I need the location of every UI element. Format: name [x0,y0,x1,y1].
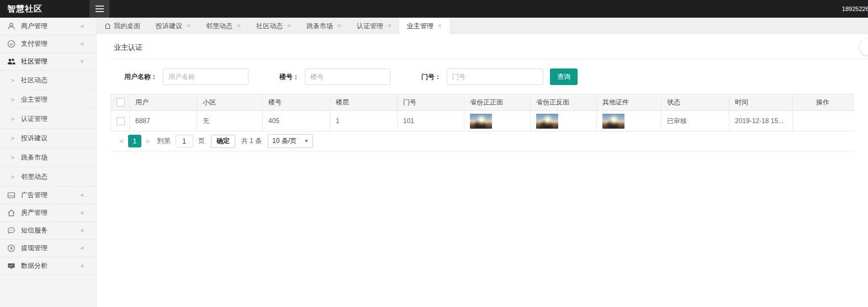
col-status: 状态 [661,94,729,111]
page-size-select[interactable]: 10 条/页 ▼ [268,134,313,148]
col-door: 门号 [398,94,464,111]
chevron-left-icon: < [80,40,84,47]
sidebar-item-withdraw-mgmt[interactable]: ¥ 提现管理 < [0,240,96,257]
tab-close-icon[interactable]: × [388,22,391,30]
tab-my-desktop[interactable]: 我的桌面 [97,18,148,34]
tab-label: 认证管理 [357,22,383,31]
tab-auth-mgmt[interactable]: 认证管理 × [349,18,399,34]
tab-close-icon[interactable]: × [337,22,341,30]
page-size-value: 10 条/页 [272,136,297,146]
col-action: 操作 [793,94,855,111]
sidebar-subitem-auth-mgmt[interactable]: > 认证管理 [0,109,96,129]
sidebar-item-label: 商户管理 [21,22,47,31]
tab-label: 我的桌面 [114,22,140,31]
home-icon [7,209,15,217]
owners-table: 用户 小区 楼号 楼层 门号 省份正正面 省份正反面 其他证件 状态 时间 操作… [110,94,854,131]
tab-community-news[interactable]: 社区动态 × [248,18,299,34]
chevron-right-icon: > [11,155,14,161]
pagination-bar: < 1 > 到第 页 确定 共 1 条 10 条/页 ▼ [110,131,854,151]
sidebar-subitem-owner-mgmt[interactable]: > 业主管理 [0,90,96,109]
comment-icon [7,226,15,235]
cell-building: 405 [263,111,330,131]
tab-close-icon[interactable]: × [287,22,291,30]
chevron-left-icon: < [80,23,84,30]
prev-page-icon[interactable]: < [115,137,128,145]
chevron-left-icon: < [80,209,84,216]
sidebar-subitem-label: 认证管理 [21,114,47,124]
sidebar-item-property-mgmt[interactable]: 房产管理 < [0,204,96,222]
table-row: 6887 无 405 1 101 已审核 2019-12-18 15... [111,111,855,131]
sidebar-item-payment-mgmt[interactable]: 支付管理 < [0,35,96,53]
tab-bar: 我的桌面 投诉建议 × 邻里动态 × 社区动态 × 跳蚤市场 × 认证管理 × … [97,18,868,34]
sidebar-item-ad-mgmt[interactable]: 广告管理 < [0,187,96,204]
table-header-row: 用户 小区 楼号 楼层 门号 省份正正面 省份正反面 其他证件 状态 时间 操作 [111,94,855,111]
chevron-right-icon: > [11,174,14,180]
cell-other-cert [597,111,661,131]
sidebar-item-community-mgmt[interactable]: 社区管理 < [0,53,96,71]
sidebar-item-label: 支付管理 [21,39,47,49]
username-label: 用户名称： [124,72,157,82]
tab-label: 邻里动态 [206,22,232,31]
svg-text:¥: ¥ [10,246,13,251]
monitor-chart-icon [7,262,15,270]
other-cert-image[interactable] [602,114,624,129]
sidebar-subitem-label: 投诉建议 [21,134,47,143]
sidebar-item-merchant-mgmt[interactable]: 商户管理 < [0,18,96,35]
goto-page-input[interactable] [176,135,193,147]
cell-user: 6887 [130,111,197,131]
tab-flea-market[interactable]: 跳蚤市场 × [299,18,349,34]
sidebar-item-label: 房产管理 [21,208,47,218]
sidebar-subitem-flea-market[interactable]: > 跳蚤市场 [0,148,96,167]
sidebar-item-sms-service[interactable]: 短信服务 < [0,222,96,240]
chevron-right-icon: > [11,116,14,122]
next-page-icon[interactable]: > [141,137,155,145]
current-page-button[interactable]: 1 [128,135,141,147]
col-floor: 楼层 [330,94,398,111]
cell-door: 101 [398,111,464,131]
confirm-page-button[interactable]: 确定 [211,135,235,148]
door-input[interactable] [447,68,543,85]
cell-id-back [531,111,597,131]
sidebar-subitem-complaints[interactable]: > 投诉建议 [0,129,96,148]
chevron-left-icon: < [80,192,84,199]
col-user: 用户 [130,94,197,111]
sidebar-item-label: 提现管理 [21,244,47,253]
top-header: 智慧社区 1892522626 [0,0,868,18]
chevron-left-icon: < [80,262,84,269]
search-button[interactable]: 查询 [550,68,578,85]
tab-close-icon[interactable]: × [237,22,241,30]
id-front-image[interactable] [470,114,492,129]
select-all-checkbox[interactable] [117,98,125,107]
tab-close-icon[interactable]: × [187,22,190,30]
username-input[interactable] [163,68,248,85]
tab-complaints[interactable]: 投诉建议 × [148,18,198,34]
hamburger-menu-icon[interactable] [89,0,109,18]
main-area: 我的桌面 投诉建议 × 邻里动态 × 社区动态 × 跳蚤市场 × 认证管理 × … [97,18,868,307]
user-phone-number[interactable]: 1892522626 [842,0,868,18]
sidebar-subitem-neighborhood[interactable]: > 邻里动态 [0,167,96,187]
col-community: 小区 [197,94,263,111]
tab-label: 业主管理 [407,22,433,31]
users-icon [7,57,15,66]
sidebar-item-label: 数据分析 [21,261,47,271]
sidebar-item-data-analysis[interactable]: 数据分析 < [0,257,96,275]
col-id-back: 省份正反面 [531,94,597,111]
tab-label: 跳蚤市场 [306,22,333,31]
id-back-image[interactable] [536,114,558,129]
cell-time: 2019-12-18 15... [729,111,793,131]
tab-close-icon[interactable]: × [438,22,442,30]
sidebar-subitem-community-news[interactable]: > 社区动态 [0,71,96,90]
building-label: 楼号： [279,72,299,82]
tab-owner-mgmt-active[interactable]: 业主管理 × [399,18,449,34]
building-input[interactable] [305,68,390,85]
tab-neighborhood[interactable]: 邻里动态 × [198,18,248,34]
cell-community: 无 [197,111,263,131]
col-id-front: 省份正正面 [464,94,531,111]
cell-floor: 1 [330,111,398,131]
filter-group-building: 楼号： [279,68,390,85]
user-icon [7,22,15,30]
sidebar-item-label: 社区管理 [21,57,47,66]
chevron-right-icon: > [11,135,14,141]
row-checkbox[interactable] [117,117,125,125]
chevron-left-icon: < [80,245,84,252]
